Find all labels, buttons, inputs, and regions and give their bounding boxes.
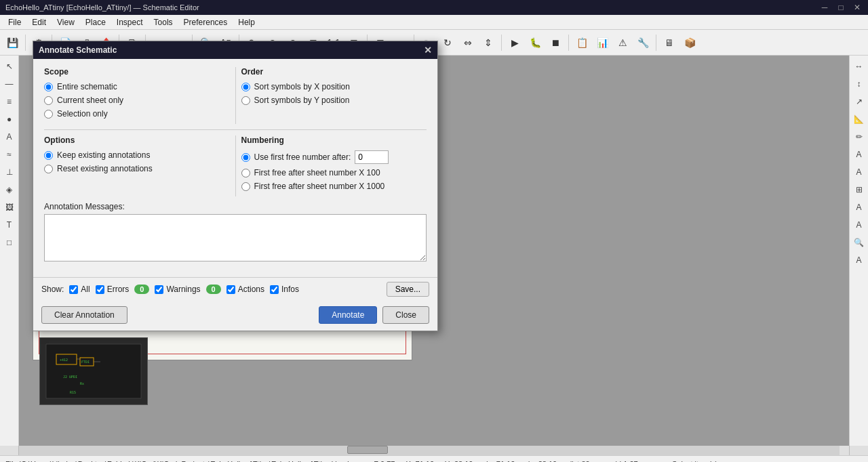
- scope-entire-radio[interactable]: [44, 83, 53, 91]
- order-y-label[interactable]: Sort symbols by Y position: [241, 96, 422, 105]
- numbering-first-free-text: Use first free number after:: [254, 152, 351, 162]
- numbering-first-free-radio[interactable]: [241, 153, 250, 162]
- show-warnings-label[interactable]: Warnings: [155, 285, 200, 294]
- order-radio-group: Sort symbols by X position Sort symbols …: [241, 82, 422, 105]
- show-errors-text: Errors: [107, 285, 130, 294]
- show-errors-label[interactable]: Errors: [96, 285, 130, 294]
- annotate-dialog: Annotate Schematic ✕ Scope Entire schema…: [33, 41, 438, 331]
- scope-current-radio[interactable]: [44, 96, 53, 105]
- show-infos-checkbox[interactable]: [270, 285, 279, 294]
- order-y-radio[interactable]: [241, 96, 250, 105]
- show-warnings-checkbox[interactable]: [155, 285, 163, 294]
- show-label: Show:: [41, 285, 64, 294]
- section-divider-1: [235, 67, 236, 124]
- options-reset-radio[interactable]: [44, 165, 53, 173]
- dialog-titlebar: Annotate Schematic ✕: [33, 41, 437, 59]
- dialog-sections: Scope Entire schematic Current sheet onl…: [44, 67, 427, 124]
- scope-section: Scope Entire schematic Current sheet onl…: [44, 67, 230, 124]
- scope-entire-text: Entire schematic: [57, 82, 117, 91]
- dialog-close-button[interactable]: ✕: [424, 45, 432, 55]
- numbering-1000-label[interactable]: First free after sheet number X 1000: [241, 182, 422, 191]
- options-keep-label[interactable]: Keep existing annotations: [44, 150, 224, 160]
- scope-radio-group: Entire schematic Current sheet only Sele…: [44, 82, 224, 119]
- scope-selection-label[interactable]: Selection only: [44, 109, 224, 119]
- numbering-section: Numbering Use first free number after: F…: [241, 135, 427, 196]
- numbering-100-radio[interactable]: [241, 169, 250, 177]
- dialog-footer-bar: Show: All Errors 0 Warnings 0 Actions: [33, 277, 437, 301]
- show-actions-checkbox[interactable]: [226, 285, 235, 294]
- dialog-body: Scope Entire schematic Current sheet onl…: [33, 59, 437, 277]
- order-section: Order Sort symbols by X position Sort sy…: [241, 67, 427, 124]
- show-errors-checkbox[interactable]: [96, 285, 104, 294]
- scope-selection-text: Selection only: [57, 109, 108, 119]
- scope-entire-label[interactable]: Entire schematic: [44, 82, 224, 91]
- first-free-number-input[interactable]: [355, 150, 389, 164]
- order-title: Order: [241, 67, 422, 77]
- options-title: Options: [44, 135, 224, 145]
- options-radio-group: Keep existing annotations Reset existing…: [44, 150, 224, 173]
- options-reset-text: Reset existing annotations: [57, 164, 153, 173]
- numbering-first-free-label[interactable]: Use first free number after:: [241, 150, 422, 164]
- options-keep-text: Keep existing annotations: [57, 150, 150, 160]
- section-divider-2: [235, 135, 236, 196]
- save-button[interactable]: Save...: [387, 282, 429, 297]
- clear-annotation-button[interactable]: Clear Annotation: [41, 306, 127, 324]
- show-actions-label[interactable]: Actions: [226, 285, 264, 294]
- errors-badge: 0: [134, 285, 149, 294]
- annotation-messages-section: Annotation Messages:: [44, 202, 427, 269]
- show-all-text: All: [81, 285, 90, 294]
- numbering-1000-radio[interactable]: [241, 182, 250, 191]
- annotate-button[interactable]: Annotate: [319, 306, 377, 324]
- numbering-radio-group: Use first free number after: First free …: [241, 150, 422, 191]
- warnings-badge: 0: [206, 285, 221, 294]
- options-numbering-row: Options Keep existing annotations Reset …: [44, 135, 427, 196]
- options-section: Options Keep existing annotations Reset …: [44, 135, 230, 196]
- scope-current-label[interactable]: Current sheet only: [44, 96, 224, 105]
- show-infos-label[interactable]: Infos: [270, 285, 299, 294]
- horizontal-divider-1: [44, 129, 427, 130]
- dialog-action-row: Clear Annotation Annotate Close: [33, 301, 437, 331]
- numbering-100-label[interactable]: First free after sheet number X 100: [241, 168, 422, 177]
- order-x-text: Sort symbols by X position: [254, 82, 350, 91]
- numbering-100-text: First free after sheet number X 100: [254, 168, 380, 177]
- scope-title: Scope: [44, 67, 224, 77]
- show-infos-text: Infos: [281, 285, 299, 294]
- options-keep-radio[interactable]: [44, 151, 53, 160]
- annotation-messages-label: Annotation Messages:: [44, 202, 427, 211]
- scope-selection-radio[interactable]: [44, 110, 53, 119]
- show-all-checkbox[interactable]: [69, 285, 78, 294]
- order-y-text: Sort symbols by Y position: [254, 96, 350, 105]
- annotation-messages-textarea[interactable]: [44, 214, 427, 261]
- scope-current-text: Current sheet only: [57, 96, 123, 105]
- dialog-right-buttons: Annotate Close: [319, 306, 429, 324]
- show-actions-text: Actions: [238, 285, 264, 294]
- show-all-label[interactable]: All: [69, 285, 90, 294]
- close-button[interactable]: Close: [382, 306, 429, 324]
- order-x-radio[interactable]: [241, 83, 250, 91]
- options-reset-label[interactable]: Reset existing annotations: [44, 164, 224, 173]
- show-warnings-text: Warnings: [166, 285, 200, 294]
- numbering-title: Numbering: [241, 135, 422, 145]
- order-x-label[interactable]: Sort symbols by X position: [241, 82, 422, 91]
- dialog-title: Annotate Schematic: [39, 45, 117, 55]
- numbering-1000-text: First free after sheet number X 1000: [254, 182, 385, 191]
- dialog-overlay: Annotate Schematic ✕ Scope Entire schema…: [0, 0, 868, 462]
